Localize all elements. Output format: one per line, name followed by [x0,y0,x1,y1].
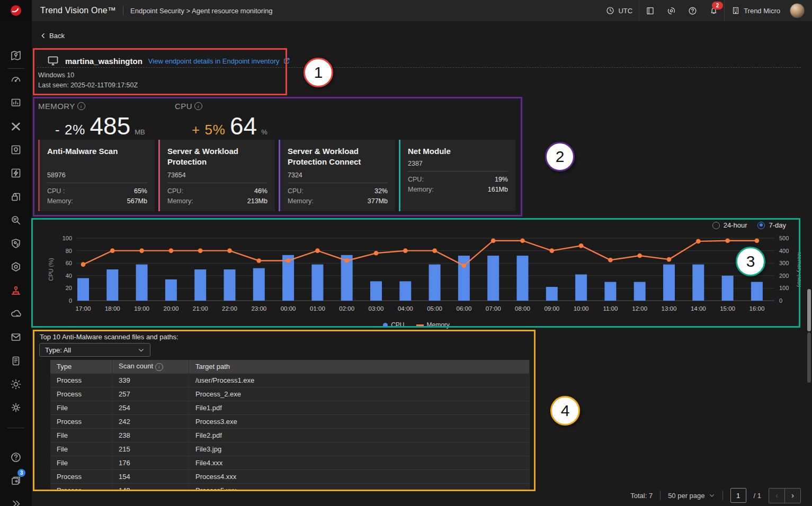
svg-text:21:00: 21:00 [193,305,208,312]
svg-text:CPU (%): CPU (%) [48,258,54,281]
cell-target-path: File3.jpg [189,442,530,456]
insights-icon [10,143,22,156]
sidebar-item-endpoint-security[interactable] [0,281,32,300]
module-count: 7324 [288,171,388,179]
per-page-dropdown[interactable]: 50 per page [668,492,715,500]
sidebar-divider [7,68,24,69]
radio-24-hour[interactable]: 24-hour [712,221,747,229]
table-row: Process242Process3.exe [50,415,530,429]
sidebar-item-workbench-map[interactable] [0,46,32,65]
external-link-icon [283,57,290,65]
trend-micro-logo[interactable] [0,0,32,21]
sidebar-item-insights[interactable] [0,140,32,159]
svg-text:20:00: 20:00 [164,305,179,312]
sidebar-item-automation[interactable] [0,164,32,183]
cloud-security-icon [10,308,22,320]
next-page-button[interactable]: › [785,489,800,503]
endpoint-last-seen: Last seen: 2025-02-11T09:17:50Z [38,82,138,89]
module-count: 2387 [408,160,508,167]
scanned-files-title: Top 10 Anti-Malware scanned files and pa… [40,333,179,341]
svg-text:500: 500 [779,235,789,241]
table-row: File238File2.pdf [50,429,530,442]
sidebar-item-policy-management[interactable] [0,257,32,276]
card-divider [167,183,267,183]
svg-text:100: 100 [779,285,789,291]
sidebar-item-email-security[interactable] [0,328,32,347]
memory-legend-label: Memory [427,321,450,329]
cell-target-path: Process4.xxx [189,470,530,484]
user-avatar[interactable] [790,3,805,18]
page-number-input[interactable]: 1 [730,488,746,503]
workbench-map-icon [10,49,22,62]
notifications-button[interactable]: 2 [703,0,724,21]
module-cpu-label: CPU: [167,186,183,196]
radio-button [712,222,720,229]
trend-micro-logo-icon [10,4,22,17]
svg-text:80: 80 [66,248,72,254]
documentation-button[interactable] [639,0,661,21]
endpoint-inventory-link[interactable]: View endpoint details in Endpoint invent… [148,57,290,65]
module-memory-label: Memory: [408,185,434,195]
help-button[interactable] [682,0,703,21]
sidebar-item-risk-dashboard[interactable] [0,70,32,89]
svg-text:11:00: 11:00 [603,305,618,312]
sidebar-item-settings[interactable] [0,398,32,417]
sidebar-item-help[interactable] [0,448,32,467]
sidebar-item-tasks[interactable]: 3 [0,471,32,490]
cell-scan-count: 154 [112,470,189,484]
sidebar-item-data-security[interactable] [0,187,32,206]
svg-text:22:00: 22:00 [222,305,237,312]
sidebar-item-collapse[interactable] [0,494,32,506]
module-cpu-label: CPU: [288,186,304,196]
module-memory-label: Memory: [167,196,193,206]
cell-target-path: Process3.exe [189,415,530,429]
integrations-button[interactable] [661,0,682,21]
cpu-legend-label: CPU [391,321,404,329]
svg-text:05:00: 05:00 [427,305,442,312]
company-menu[interactable]: Trend Micro [725,0,787,21]
timezone-button[interactable]: UTC [599,0,639,21]
sidebar-badge: 3 [17,469,25,477]
sidebar-item-identity-security[interactable] [0,234,32,253]
sidebar-item-reports[interactable] [0,93,32,112]
module-cpu-value: 46% [254,186,267,196]
scrollbar-track[interactable] [807,332,811,383]
memory-legend-marker [416,324,424,326]
page-total: / 1 [754,492,761,500]
sidebar-item-network-security[interactable] [0,375,32,394]
cell-target-path: Process_2.exe [189,387,530,401]
memory-info-icon[interactable]: i [77,102,85,110]
cpu-info-icon[interactable]: i [194,102,202,110]
table-header-row: Type Scan count i Target path [50,360,530,374]
scrollbar-thumb[interactable] [807,289,811,331]
module-card: Server & Workload Protection Connect 732… [279,140,395,211]
sidebar-item-xdr[interactable] [0,117,32,136]
radio-7-day[interactable]: 7-day [757,221,786,229]
knot-icon [666,6,676,16]
topbar-divider [123,6,123,15]
table-row: File254File1.pdf [50,401,530,415]
chevron-down-icon [709,492,715,499]
memory-delta: - 2% [55,122,85,138]
sidebar-item-cloud-security[interactable] [0,304,32,323]
module-cards: Anti-Malware Scan 58976 CPU :65% Memory:… [38,140,515,211]
cell-target-path: /user/Process1.exe [189,374,530,387]
svg-text:300: 300 [779,260,789,266]
cell-type: File [50,401,112,415]
card-divider [47,183,147,183]
per-page-value: 50 per page [668,492,704,500]
svg-text:07:00: 07:00 [486,305,501,312]
radio-label: 7-day [769,221,786,229]
sidebar-item-service-management[interactable] [0,351,32,371]
previous-page-button[interactable]: ‹ [769,489,785,503]
risk-dashboard-icon [10,73,22,86]
back-button[interactable]: Back [40,32,65,40]
scan-count-info-icon[interactable]: i [155,363,163,371]
module-cpu-label: CPU : [47,186,65,196]
cell-type: Process [50,415,112,429]
radio-label: 24-hour [724,221,747,229]
module-title: Server & Workload Protection Connect [288,146,388,168]
type-filter-dropdown[interactable]: Type: All [39,343,150,357]
sidebar-item-search[interactable] [0,211,32,230]
policy-management-icon [10,260,22,273]
